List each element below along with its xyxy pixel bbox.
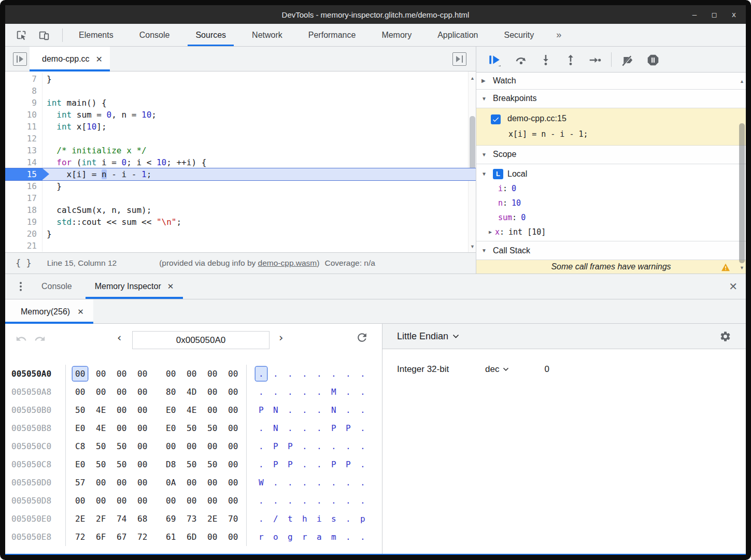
ascii-char[interactable]: . [299,365,314,383]
ascii-char[interactable]: . [299,383,314,401]
ascii-char[interactable]: P [285,455,299,473]
ascii-char[interactable]: g [285,528,299,546]
ascii-char[interactable]: . [343,473,357,492]
scope-section-header[interactable]: ▼ Scope [476,146,746,164]
memory-byte[interactable]: 73 [184,510,205,528]
breakpoint-checkbox[interactable] [491,114,501,124]
ascii-char[interactable]: P [270,455,285,473]
memory-byte[interactable]: 6F [93,528,114,546]
memory-byte[interactable]: 50 [93,455,114,473]
ascii-char[interactable]: P [256,401,270,419]
expand-icon[interactable]: ▶ [489,229,495,235]
drawer-tab-memory-inspector[interactable]: Memory Inspector✕ [83,274,186,299]
memory-byte[interactable]: 00 [225,528,246,546]
close-button[interactable]: x [729,10,739,19]
memory-byte[interactable]: 00 [225,437,246,455]
memory-byte[interactable]: 00 [163,492,184,510]
memory-byte[interactable]: 61 [163,528,184,546]
memory-byte[interactable]: 50 [93,437,114,455]
scope-var-sum[interactable]: sum:0 [476,210,746,225]
ascii-char[interactable]: r [256,528,270,546]
memory-byte[interactable]: 00 [205,401,225,419]
ascii-char[interactable]: . [299,492,314,510]
memory-byte[interactable]: 4E [93,401,114,419]
ascii-char[interactable]: . [299,473,314,492]
line-number-18[interactable]: 18 [5,204,42,216]
call-stack-collapse-icon[interactable]: ▼ [481,248,488,253]
ascii-char[interactable]: . [314,492,328,510]
ascii-char[interactable]: . [285,473,299,492]
memory-byte[interactable]: 00 [225,455,246,473]
ascii-char[interactable]: . [343,365,357,383]
ascii-char[interactable]: . [328,473,343,492]
memory-byte[interactable]: 00 [225,383,246,401]
line-number-19[interactable]: 19 [5,216,42,228]
ascii-char[interactable]: . [256,365,270,383]
memory-byte[interactable]: D8 [163,455,184,473]
file-tab-close-icon[interactable]: ✕ [96,54,103,64]
memory-byte[interactable]: 00 [184,492,205,510]
memory-byte[interactable]: 00 [163,437,184,455]
memory-byte[interactable]: 50 [205,419,225,437]
line-number-7[interactable]: 7 [5,73,42,85]
memory-byte[interactable]: 00 [93,365,114,383]
memory-byte[interactable]: 67 [114,528,135,546]
history-back-icon[interactable] [16,333,27,344]
memory-byte[interactable]: 00 [114,419,135,437]
line-number-8[interactable]: 8 [5,85,42,97]
ascii-char[interactable]: . [299,401,314,419]
memory-byte[interactable]: 72 [73,528,93,546]
line-number-15[interactable]: 15 [5,168,42,180]
ascii-char[interactable]: . [285,419,299,437]
previous-page-icon[interactable]: ‹ [117,332,121,344]
more-tabs-button[interactable]: » [547,24,571,46]
memory-byte[interactable]: 50 [205,455,225,473]
memory-byte[interactable]: 00 [225,473,246,492]
ascii-char[interactable]: . [314,383,328,401]
ascii-char[interactable]: P [285,437,299,455]
deactivate-breakpoints-button[interactable] [621,53,634,66]
inspect-element-icon[interactable] [13,27,29,43]
memory-byte[interactable]: 2E [205,510,225,528]
ascii-char[interactable]: t [285,510,299,528]
ascii-char[interactable]: W [256,473,270,492]
endianness-dropdown[interactable]: Little Endian [397,331,459,342]
memory-byte[interactable]: 00 [114,401,135,419]
line-number-17[interactable]: 17 [5,192,42,204]
memory-byte[interactable]: 50 [184,455,205,473]
ascii-char[interactable]: . [299,455,314,473]
ascii-char[interactable]: N [270,401,285,419]
ascii-char[interactable]: . [328,365,343,383]
memory-byte[interactable]: 00 [205,528,225,546]
ascii-char[interactable]: . [357,401,372,419]
memory-byte[interactable]: 00 [73,383,93,401]
next-page-icon[interactable]: › [279,332,283,344]
ascii-char[interactable]: . [314,437,328,455]
memory-byte[interactable]: 00 [135,419,155,437]
scope-var-x[interactable]: ▶x:int [10] [476,225,746,239]
line-number-11[interactable]: 11 [5,121,42,133]
memory-byte[interactable]: 68 [135,510,155,528]
tab-application[interactable]: Application [424,24,491,46]
file-tab-demo-cpp[interactable]: demo-cpp.cc ✕ [30,47,110,71]
ascii-char[interactable]: . [357,437,372,455]
memory-byte[interactable]: 4D [184,383,205,401]
watch-collapse-icon[interactable]: ▶ [481,78,488,83]
memory-byte[interactable]: 50 [114,437,135,455]
line-number-10[interactable]: 10 [5,109,42,121]
pause-on-exceptions-button[interactable] [646,53,659,66]
memory-byte[interactable]: 00 [135,365,155,383]
scroll-down-icon[interactable]: ▼ [469,244,476,249]
memory-byte[interactable]: 00 [93,473,114,492]
memory-byte[interactable]: 00 [205,473,225,492]
line-number-16[interactable]: 16 [5,180,42,192]
show-navigator-icon[interactable] [13,52,27,66]
ascii-char[interactable]: . [357,365,372,383]
ascii-char[interactable]: o [270,528,285,546]
memory-byte[interactable]: 00 [135,437,155,455]
memory-byte[interactable]: 72 [135,528,155,546]
ascii-char[interactable]: a [314,528,328,546]
ascii-char[interactable]: . [256,419,270,437]
memory-byte[interactable]: 6D [184,528,205,546]
ascii-char[interactable]: . [343,510,357,528]
